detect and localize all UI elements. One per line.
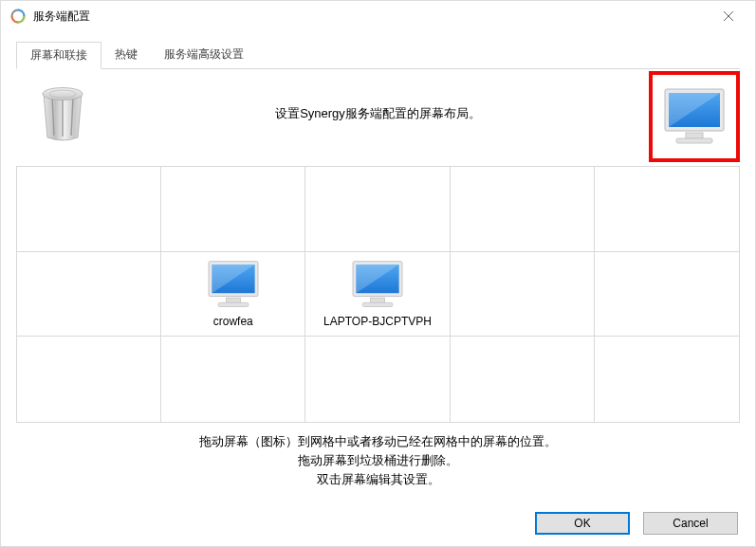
grid-cell[interactable] [17, 167, 161, 252]
grid-cell[interactable] [595, 337, 739, 422]
grid-cell[interactable] [451, 167, 595, 252]
button-bar: OK Cancel [535, 512, 738, 535]
grid-cell-screen-b[interactable]: LAPTOP-BJCPTVPH [305, 252, 450, 337]
grid-cell[interactable] [451, 337, 595, 422]
grid-cell[interactable] [451, 252, 595, 337]
tab-hotkeys[interactable]: 热键 [101, 42, 151, 69]
help-line-2: 拖动屏幕到垃圾桶进行删除。 [16, 451, 740, 470]
svg-rect-19 [362, 302, 393, 306]
svg-rect-18 [370, 298, 384, 302]
server-config-window: 服务端配置 屏幕和联接 热键 服务端高级设置 [0, 0, 756, 547]
window-title: 服务端配置 [33, 9, 706, 25]
grid-cell[interactable] [17, 252, 161, 337]
grid-cell[interactable] [305, 337, 450, 422]
tab-screens-and-links[interactable]: 屏幕和联接 [16, 42, 101, 69]
header-area: 设置Synergy服务端配置的屏幕布局。 [16, 71, 740, 166]
grid-cell[interactable] [161, 337, 305, 422]
tabs-bar: 屏幕和联接 热键 服务端高级设置 [16, 41, 740, 69]
help-line-3: 双击屏幕编辑其设置。 [16, 470, 740, 489]
screen-layout-grid[interactable]: crowfea LAPTOP-BJCPTVPH [16, 166, 740, 423]
grid-cell-screen-a[interactable]: crowfea [161, 252, 305, 337]
titlebar[interactable]: 服务端配置 [1, 1, 755, 31]
close-icon [723, 10, 734, 22]
monitor-icon [207, 260, 260, 309]
app-icon [10, 9, 26, 24]
screen-label: crowfea [213, 315, 253, 328]
help-line-1: 拖动屏幕（图标）到网格中或者移动已经在网格中的屏幕的位置。 [16, 432, 740, 451]
svg-rect-14 [226, 298, 240, 302]
grid-cell[interactable] [595, 167, 739, 252]
monitor-icon [663, 87, 726, 146]
grid-cell[interactable] [305, 167, 450, 252]
svg-rect-10 [686, 133, 703, 138]
svg-rect-15 [218, 302, 249, 306]
cancel-button[interactable]: Cancel [643, 512, 738, 535]
header-instruction: 设置Synergy服务端配置的屏幕布局。 [16, 105, 740, 122]
grid-cell[interactable] [161, 167, 305, 252]
tab-advanced-server-settings[interactable]: 服务端高级设置 [151, 42, 257, 69]
close-button[interactable] [706, 1, 751, 31]
ok-button[interactable]: OK [535, 512, 630, 535]
grid-cell[interactable] [595, 252, 739, 337]
grid-cell[interactable] [17, 337, 161, 422]
help-text: 拖动屏幕（图标）到网格中或者移动已经在网格中的屏幕的位置。 拖动屏幕到垃圾桶进行… [16, 432, 740, 489]
svg-rect-11 [676, 138, 712, 143]
screen-label: LAPTOP-BJCPTVPH [323, 315, 432, 328]
monitor-icon [351, 260, 404, 309]
svg-point-6 [43, 88, 83, 100]
tab-content: 设置Synergy服务端配置的屏幕布局。 [1, 71, 755, 499]
new-screen-draggable[interactable] [649, 71, 740, 162]
